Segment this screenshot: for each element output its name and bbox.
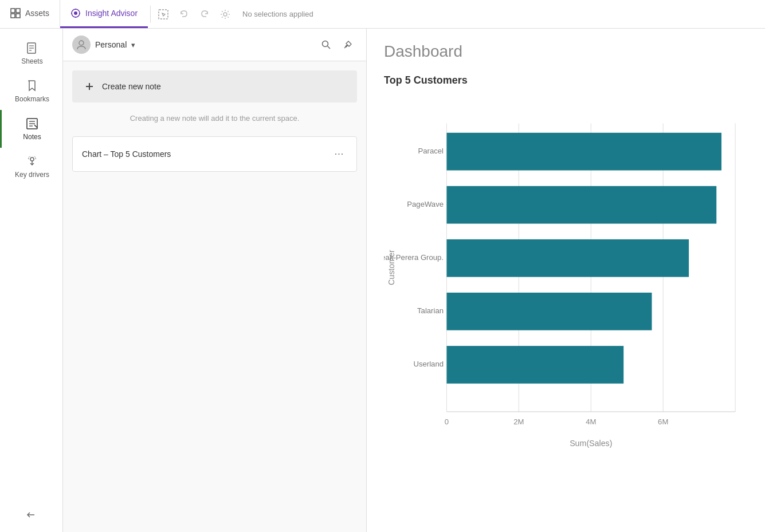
personal-label: Personal	[95, 40, 127, 49]
svg-rect-3	[16, 14, 20, 18]
no-selections-text: No selections applied	[242, 10, 313, 18]
dashboard-title: Dashboard	[384, 42, 748, 61]
svg-rect-10	[159, 10, 168, 19]
main-layout: Sheets Bookmarks Notes	[0, 29, 765, 532]
assets-label: Assets	[25, 9, 49, 18]
create-note-label: Create new note	[102, 82, 161, 91]
insight-advisor-label: Insight Advisor	[85, 9, 138, 18]
bar-userland	[446, 346, 623, 384]
assets-tab[interactable]: Assets	[0, 0, 60, 28]
note-title: Chart – Top 5 Customers	[82, 149, 171, 159]
x-tick-0: 0	[445, 417, 449, 426]
svg-point-11	[223, 13, 227, 16]
y-label-talarian: Talarian	[417, 306, 444, 315]
svg-point-24	[323, 41, 328, 47]
y-label-pagewave: PageWave	[407, 200, 444, 208]
pin-btn[interactable]	[339, 36, 357, 54]
header-actions	[317, 36, 357, 54]
chart-title: Top 5 Customers	[384, 74, 748, 86]
personal-selector[interactable]: Personal ▾	[72, 36, 135, 54]
top-nav: Assets Insight Advisor	[0, 0, 765, 29]
sheets-icon	[25, 41, 39, 55]
svg-line-25	[328, 46, 331, 49]
notes-panel: Personal ▾	[63, 29, 367, 532]
sidebar-item-key-drivers[interactable]: Key drivers	[0, 148, 62, 186]
x-tick-2m: 2M	[513, 417, 524, 426]
sidebar: Sheets Bookmarks Notes	[0, 29, 63, 532]
bookmarks-icon	[25, 79, 39, 93]
no-selections-indicator: No selections applied	[236, 10, 320, 18]
x-tick-4m: 4M	[586, 417, 596, 426]
bar-deak-perera	[446, 239, 689, 277]
sidebar-sheets-label: Sheets	[21, 57, 42, 65]
y-label-paracel: Paracel	[418, 147, 444, 155]
pin-icon	[343, 40, 353, 50]
svg-point-21	[30, 157, 34, 161]
chevron-down-icon: ▾	[131, 41, 135, 49]
note-card[interactable]: Chart – Top 5 Customers ···	[72, 136, 357, 172]
nav-divider	[150, 6, 151, 23]
notes-content: Create new note Creating a new note will…	[63, 61, 366, 532]
x-tick-6m: 6M	[658, 417, 668, 426]
bar-pagewave	[446, 186, 716, 224]
create-note-card[interactable]: Create new note	[72, 70, 357, 103]
svg-rect-2	[11, 14, 15, 18]
sidebar-key-drivers-label: Key drivers	[15, 171, 49, 179]
note-more-btn[interactable]: ···	[331, 146, 347, 162]
bar-chart-svg: Paracel PageWave Deak-Perera Group. Tala…	[384, 98, 748, 487]
settings-btn[interactable]	[215, 4, 236, 25]
user-icon	[76, 39, 87, 50]
notes-icon	[25, 117, 39, 131]
create-note-hint: Creating a new note will add it to the c…	[72, 114, 357, 123]
chart-area: Dashboard Top 5 Customers	[367, 29, 765, 532]
sidebar-item-sheets[interactable]: Sheets	[0, 34, 62, 72]
search-icon	[321, 40, 331, 50]
notes-header: Personal ▾	[63, 29, 366, 61]
avatar	[72, 36, 91, 54]
collapse-sidebar-btn[interactable]	[21, 505, 42, 525]
key-drivers-icon	[25, 155, 39, 168]
sidebar-item-notes[interactable]: Notes	[0, 110, 62, 148]
insight-advisor-tab[interactable]: Insight Advisor	[60, 0, 148, 28]
sidebar-notes-label: Notes	[23, 133, 41, 141]
selection-mode-btn[interactable]	[153, 4, 174, 25]
y-axis-title: Customer	[387, 250, 396, 285]
svg-point-5	[74, 11, 77, 15]
svg-rect-0	[11, 9, 15, 13]
y-label-userland: Userland	[413, 360, 444, 368]
insight-advisor-icon	[70, 8, 81, 18]
bar-talarian	[446, 293, 652, 330]
search-btn[interactable]	[317, 36, 335, 54]
x-axis-title: Sum(Sales)	[570, 439, 612, 448]
redo-btn[interactable]	[194, 4, 215, 25]
sidebar-item-bookmarks[interactable]: Bookmarks	[0, 72, 62, 110]
selection-mode-icon	[158, 9, 169, 20]
undo-btn[interactable]	[174, 4, 194, 25]
svg-point-23	[79, 41, 84, 45]
plus-icon	[84, 81, 95, 92]
sidebar-bottom	[0, 498, 62, 532]
collapse-icon	[26, 509, 37, 521]
gear-icon	[219, 9, 231, 20]
bar-chart: Paracel PageWave Deak-Perera Group. Tala…	[384, 98, 748, 487]
sidebar-bookmarks-label: Bookmarks	[15, 95, 49, 103]
undo-icon	[178, 9, 190, 20]
assets-icon	[10, 8, 21, 18]
redo-icon	[199, 9, 210, 20]
svg-rect-1	[16, 9, 20, 13]
more-icon: ···	[335, 149, 344, 159]
bar-paracel	[446, 133, 721, 171]
